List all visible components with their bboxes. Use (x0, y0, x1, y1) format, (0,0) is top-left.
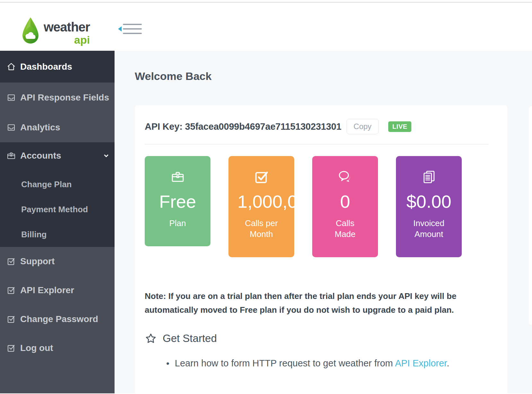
top-border-line (0, 0, 532, 3)
chevron-down-icon (102, 152, 110, 160)
page-title: Welcome Back (135, 70, 532, 83)
sidebar-item-support[interactable]: Support (0, 247, 115, 276)
sidebar-item-label: Analytics (20, 122, 60, 133)
stat-card-invoiced-amount: $0.00 Invoiced Amount (396, 156, 462, 257)
live-status-badge: LIVE (388, 121, 411, 132)
sidebar-subitem-payment-method[interactable]: Payment Method (0, 197, 115, 222)
sidebar-item-label: Change Password (20, 314, 98, 324)
get-started-title: Get Started (163, 332, 217, 345)
weather-drop-logo-icon (21, 15, 40, 47)
side-card-sliver (529, 106, 532, 325)
stat-value: 1,000,000 (228, 190, 294, 213)
checkbox-check-icon (6, 343, 16, 353)
api-key-text: API Key: 35facea0099b4697ae7115130231301 (145, 121, 341, 132)
logo-subtitle: api (44, 34, 90, 45)
sidebar-item-analytics[interactable]: Analytics (0, 112, 115, 142)
checkbox-check-icon (6, 314, 16, 324)
stat-label: Calls Made (312, 218, 378, 240)
sidebar-item-api-response-fields[interactable]: API Response Fields (0, 83, 115, 112)
bullet-icon: • (166, 358, 169, 369)
stat-label: Calls per Month (228, 218, 294, 240)
sidebar-item-label: Log out (20, 343, 53, 353)
divider (145, 144, 489, 144)
star-icon (145, 332, 157, 345)
logo[interactable]: weather api (21, 15, 90, 47)
list-item-text: Learn how to form HTTP request to get we… (175, 358, 449, 369)
sidebar-item-label: Payment Method (21, 205, 88, 215)
home-icon (6, 62, 16, 72)
sidebar-item-label: Dashboards (20, 62, 72, 72)
tray-icon (6, 93, 16, 102)
sidebar-subitem-billing[interactable]: Billing (0, 222, 115, 247)
briefcase-icon (170, 170, 185, 184)
sidebar-item-label: API Explorer (20, 285, 74, 295)
left-triangle-icon (118, 26, 122, 31)
sidebar-item-api-explorer[interactable]: API Explorer (0, 276, 115, 305)
main-content: Welcome Back API Key: 35facea0099b4697ae… (115, 51, 532, 393)
documents-icon (422, 170, 436, 184)
api-key-row: API Key: 35facea0099b4697ae7115130231301… (145, 119, 489, 134)
sidebar-toggle-button[interactable] (118, 24, 142, 34)
sidebar-item-label: Change Plan (21, 179, 72, 189)
stat-value: Free (145, 190, 210, 213)
get-started-list-item: • Learn how to form HTTP request to get … (166, 358, 489, 369)
api-key-label: API Key: (145, 121, 183, 132)
stat-label: Invoiced Amount (396, 218, 462, 240)
stat-card-calls-per-month: 1,000,000 Calls per Month (228, 156, 294, 257)
welcome-card: API Key: 35facea0099b4697ae7115130231301… (135, 105, 507, 394)
stat-label: Plan (145, 218, 210, 229)
api-explorer-link[interactable]: API Explorer (395, 358, 447, 368)
sidebar-subitem-change-plan[interactable]: Change Plan (0, 172, 115, 197)
stat-card-calls-made: 0 Calls Made (312, 156, 378, 257)
copy-button[interactable]: Copy (347, 119, 379, 134)
sidebar-item-log-out[interactable]: Log out (0, 334, 115, 363)
briefcase-icon (6, 151, 16, 161)
app-header: weather api (0, 3, 532, 51)
sidebar-item-label: Support (20, 256, 55, 267)
chat-bubbles-icon (338, 170, 353, 184)
sidebar-item-label: Billing (21, 230, 47, 240)
api-key-value: 35facea0099b4697ae7115130231301 (185, 121, 341, 132)
stat-value: $0.00 (396, 190, 462, 213)
stats-row: Free Plan 1,000,000 Calls per Month (145, 156, 489, 257)
sidebar-item-dashboards[interactable]: Dashboards (0, 51, 115, 83)
sidebar: Dashboards API Response Fields Analytics (0, 51, 115, 393)
logo-title: weather (44, 21, 90, 33)
checkbox-check-icon (6, 257, 16, 266)
get-started-header: Get Started (145, 332, 489, 345)
tray-icon (6, 123, 16, 132)
trial-plan-note: Note: If you are on a trial plan then af… (145, 289, 461, 317)
checkbox-check-icon (6, 285, 16, 295)
hamburger-icon (123, 24, 142, 34)
sidebar-item-accounts[interactable]: Accounts (0, 142, 115, 169)
stat-value: 0 (312, 190, 378, 213)
check-square-icon (254, 170, 269, 184)
sidebar-item-label: Accounts (20, 151, 61, 161)
sidebar-item-change-password[interactable]: Change Password (0, 305, 115, 334)
sidebar-item-label: API Response Fields (20, 92, 109, 103)
stat-card-plan: Free Plan (145, 156, 210, 246)
